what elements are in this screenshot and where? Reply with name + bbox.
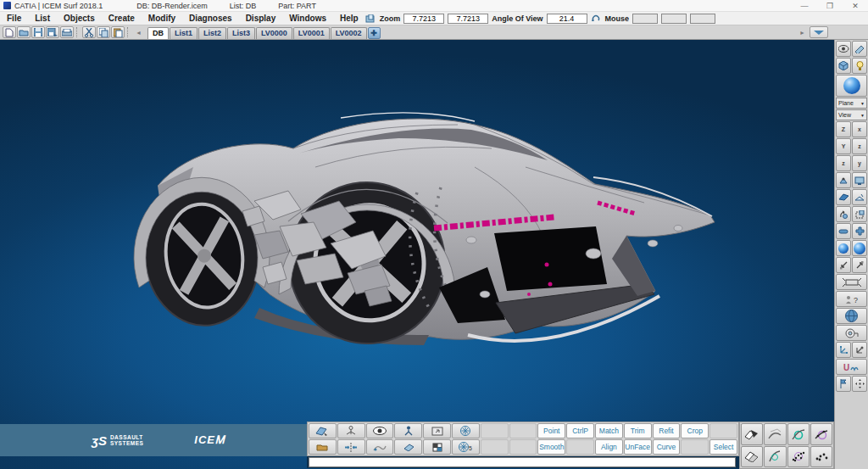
freeze-button[interactable] — [452, 423, 480, 438]
menu-display[interactable]: Display — [239, 14, 283, 23]
zoom-in-button[interactable] — [852, 223, 867, 239]
smooth-command-button[interactable]: Smooth — [537, 439, 565, 455]
align-command-button[interactable]: Align — [595, 439, 623, 455]
save-button[interactable] — [31, 26, 45, 38]
shading-mode-button[interactable] — [852, 41, 867, 57]
zoom-sphere-small-button[interactable] — [836, 240, 851, 256]
plane-dropdown[interactable]: Plane ▼ — [836, 98, 867, 109]
view-front-button[interactable]: Z — [836, 121, 851, 137]
transform-axes-alt-button[interactable] — [852, 342, 867, 358]
maximize-button[interactable]: ❐ — [817, 0, 843, 12]
mouse-input-3[interactable] — [690, 14, 715, 24]
screen-view-button[interactable] — [852, 172, 867, 188]
export-view-button[interactable] — [423, 423, 451, 438]
tree-structure-button[interactable] — [337, 423, 365, 438]
surface-flip-button[interactable] — [741, 423, 763, 445]
view-side-button[interactable]: x — [852, 121, 867, 137]
unface-command-button[interactable]: UnFace — [624, 439, 652, 455]
menu-objects[interactable]: Objects — [57, 14, 102, 23]
menu-file[interactable]: File — [0, 14, 28, 23]
mouse-input-2[interactable] — [661, 14, 687, 24]
mirror-button[interactable] — [337, 439, 365, 455]
menu-windows[interactable]: Windows — [282, 14, 333, 23]
scale-down-button[interactable] — [836, 257, 851, 273]
point-pair-button[interactable] — [810, 446, 832, 468]
help-button[interactable]: ? — [836, 291, 867, 307]
transform-axes-button[interactable] — [836, 342, 851, 358]
tab-lv0001[interactable]: LV0001 — [293, 27, 330, 39]
globe-view-button[interactable] — [836, 308, 867, 324]
open-file-button[interactable] — [17, 26, 31, 38]
surface-multi-button[interactable] — [741, 446, 763, 468]
tabs-scroll-left-icon[interactable]: ◄ — [133, 30, 144, 36]
close-button[interactable]: ✕ — [843, 0, 868, 12]
light-settings-button[interactable] — [852, 58, 867, 74]
menu-list[interactable]: List — [28, 14, 57, 23]
tabs-scroll-right-icon[interactable]: ► — [797, 30, 808, 36]
tab-list3[interactable]: List3 — [227, 27, 255, 39]
command-input[interactable] — [309, 457, 736, 467]
copy-button[interactable] — [97, 26, 110, 38]
tab-db[interactable]: DB — [147, 27, 169, 39]
add-tab-button[interactable]: ✚ — [368, 27, 381, 39]
crop-command-button[interactable]: Crop — [681, 423, 709, 438]
scan-points-button[interactable] — [787, 446, 810, 468]
refit-command-button[interactable]: Refit — [653, 423, 681, 438]
save-as-button[interactable] — [46, 26, 59, 38]
mouse-input-1[interactable] — [632, 14, 658, 24]
zoom-input-1[interactable] — [403, 14, 444, 24]
view-dropdown[interactable]: View ▼ — [836, 109, 867, 120]
measure-button[interactable] — [836, 325, 867, 341]
layout-grid-button[interactable] — [423, 439, 451, 455]
display-options-button[interactable] — [836, 41, 851, 57]
rotate-view-button[interactable] — [836, 206, 851, 222]
view-top-button[interactable]: Y — [836, 138, 851, 154]
menu-help[interactable]: Help — [333, 14, 365, 23]
fit-view-button[interactable] — [836, 274, 867, 290]
cut-button[interactable] — [82, 26, 96, 38]
trim-command-button[interactable]: Trim — [624, 423, 652, 438]
render-mode-button[interactable] — [836, 75, 867, 97]
surface-blend-button[interactable] — [764, 423, 786, 445]
visibility-button[interactable] — [366, 423, 394, 438]
surface-display-button[interactable] — [836, 189, 851, 205]
open-db-button[interactable] — [309, 439, 337, 455]
menu-diagnoses[interactable]: Diagnoses — [182, 14, 239, 23]
curve-create-button[interactable] — [764, 446, 786, 468]
print-button[interactable] — [60, 26, 74, 38]
perspective-view-button[interactable] — [836, 172, 851, 188]
menu-create[interactable]: Create — [102, 14, 142, 23]
3d-viewport[interactable] — [0, 40, 834, 469]
surface-normal-button[interactable] — [852, 189, 867, 205]
curve-command-button[interactable]: Curve — [653, 439, 681, 455]
scale-up-button[interactable] — [852, 257, 867, 273]
zoom-sphere-large-button[interactable] — [852, 240, 867, 256]
select-command-button[interactable]: Select — [709, 439, 737, 455]
solid-view-button[interactable] — [836, 58, 851, 74]
erase-button[interactable] — [394, 439, 422, 455]
tab-list2[interactable]: List2 — [198, 27, 226, 39]
flag-button[interactable] — [836, 376, 851, 392]
view-back-button[interactable]: z — [852, 138, 867, 154]
tab-list1[interactable]: List1 — [170, 27, 198, 39]
minimize-button[interactable]: — — [792, 0, 817, 12]
point-command-button[interactable]: Point — [537, 423, 565, 438]
angle-of-view-input[interactable] — [547, 14, 587, 24]
curve-match-button[interactable] — [787, 423, 810, 445]
history-button[interactable]: U — [836, 359, 867, 375]
zoom-input-2[interactable] — [448, 14, 488, 24]
view-bottom-button[interactable]: z — [836, 155, 851, 171]
ctrlp-command-button[interactable]: CtrlP — [566, 423, 594, 438]
menu-modify[interactable]: Modify — [142, 14, 182, 23]
match-command-button[interactable]: Match — [595, 423, 623, 438]
zoom-out-button[interactable] — [836, 223, 851, 239]
new-file-button[interactable] — [3, 26, 16, 38]
tab-lv0000[interactable]: LV0000 — [256, 27, 292, 39]
refresh-icon[interactable] — [591, 14, 602, 23]
sketch-button[interactable] — [366, 439, 394, 455]
box-zoom-button[interactable] — [852, 206, 867, 222]
tab-lv0002[interactable]: LV0002 — [331, 27, 367, 39]
curve-points-button[interactable] — [810, 423, 832, 445]
pan-icon[interactable] — [365, 14, 376, 23]
surface-edit-button[interactable] — [309, 423, 337, 438]
